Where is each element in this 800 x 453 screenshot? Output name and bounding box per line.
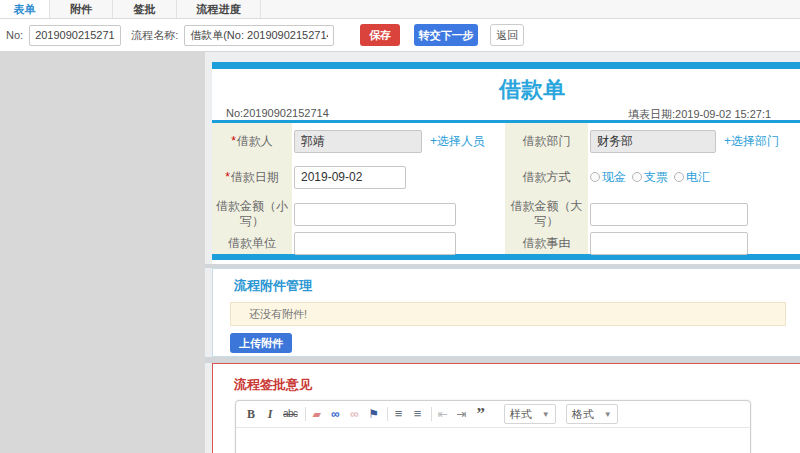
amount-upper-label: 借款金额（大写）	[505, 195, 588, 233]
borrower-label: *借款人	[212, 123, 292, 159]
amount-upper-cell	[588, 195, 800, 233]
bulleted-list-icon[interactable]: ≡	[412, 407, 424, 421]
save-button[interactable]: 保存	[360, 24, 400, 46]
back-button[interactable]: 返回	[490, 24, 524, 46]
loan-unit-cell	[292, 233, 505, 254]
loan-method-cell: 现金 支票 电汇	[588, 159, 800, 195]
no-input[interactable]	[29, 25, 121, 46]
borrower-input[interactable]	[294, 130, 422, 153]
flow-name-input[interactable]	[184, 25, 334, 46]
anchor-flag-icon[interactable]: ⚑	[368, 407, 380, 421]
amount-lower-cell	[292, 195, 505, 233]
pick-person-link[interactable]: +选择人员	[430, 133, 485, 150]
radio-circle-icon[interactable]	[674, 172, 684, 182]
no-attachments-alert: 还没有附件!	[230, 302, 786, 326]
loan-method-label: 借款方式	[505, 159, 588, 195]
upload-attachment-button[interactable]: 上传附件	[230, 333, 292, 353]
attachments-title: 流程附件管理	[234, 277, 312, 295]
italic-icon[interactable]: I	[264, 407, 276, 421]
radio-cheque[interactable]: 支票	[632, 169, 668, 186]
radio-wire[interactable]: 电汇	[674, 169, 710, 186]
borrower-cell: +选择人员	[292, 123, 505, 159]
approval-title: 流程签批意见	[234, 376, 312, 394]
form-number: No:20190902152714	[226, 107, 329, 119]
outdent-icon[interactable]: ⇤	[437, 407, 449, 421]
radio-circle-icon[interactable]	[632, 172, 642, 182]
loan-unit-label: 借款单位	[212, 233, 292, 254]
panel-top-bar	[212, 62, 800, 69]
amount-lower-label: 借款金额（小写）	[212, 195, 292, 233]
loan-date-input[interactable]	[294, 166, 406, 189]
left-gray-panel	[0, 52, 205, 453]
toolbar: No: 流程名称: 保存 转交下一步 返回	[0, 19, 800, 52]
department-input[interactable]	[590, 130, 716, 153]
tab-progress[interactable]: 流程进度	[177, 0, 261, 18]
pick-department-link[interactable]: +选择部门	[724, 133, 779, 150]
approval-panel: 流程签批意见 B I abc ▰ ∞ ∞ ⚑ ≡ ≡ ⇤ ⇥ ” 样式 ▼ 格式…	[212, 363, 800, 453]
tab-signoff[interactable]: 签批	[113, 0, 177, 18]
tab-bar: 表单 附件 签批 流程进度	[0, 0, 800, 19]
no-label: No:	[6, 29, 23, 41]
loan-reason-input[interactable]	[590, 232, 748, 255]
loan-reason-cell	[588, 233, 800, 254]
loan-unit-input[interactable]	[294, 232, 456, 255]
required-marker: *	[231, 134, 236, 148]
tab-form[interactable]: 表单	[0, 0, 50, 18]
loan-date-label: *借款日期	[212, 159, 292, 195]
amount-lower-input[interactable]	[294, 203, 456, 226]
indent-icon[interactable]: ⇥	[456, 407, 468, 421]
radio-circle-icon[interactable]	[590, 172, 600, 182]
editor-toolbar: B I abc ▰ ∞ ∞ ⚑ ≡ ≡ ⇤ ⇥ ” 样式 ▼ 格式 ▼	[236, 401, 750, 428]
flow-name-label: 流程名称:	[131, 28, 178, 43]
chevron-down-icon: ▼	[542, 410, 550, 419]
unlink-icon[interactable]: ∞	[349, 407, 361, 421]
rich-text-editor: B I abc ▰ ∞ ∞ ⚑ ≡ ≡ ⇤ ⇥ ” 样式 ▼ 格式 ▼	[235, 400, 751, 453]
attachments-panel: 流程附件管理 还没有附件! 上传附件	[212, 268, 800, 357]
toolbar-separator	[305, 407, 306, 421]
link-icon[interactable]: ∞	[330, 407, 342, 421]
loan-reason-label: 借款事由	[505, 233, 588, 254]
style-dropdown[interactable]: 样式 ▼	[504, 404, 556, 424]
forward-next-step-button[interactable]: 转交下一步	[414, 24, 478, 46]
remove-format-icon[interactable]: ▰	[311, 407, 323, 421]
form-title: 借款单	[212, 69, 800, 107]
form-fields-grid: *借款人 +选择人员 借款部门 +选择部门 *借款日期 借款方式 现金	[212, 123, 800, 254]
loan-form-panel: 借款单 No:20190902152714 填表日期:2019-09-02 15…	[212, 62, 800, 264]
blockquote-icon[interactable]: ”	[475, 410, 487, 418]
strikethrough-icon[interactable]: abc	[283, 407, 298, 421]
toolbar-separator	[387, 407, 388, 421]
numbered-list-icon[interactable]: ≡	[393, 407, 405, 421]
chevron-down-icon: ▼	[604, 410, 612, 419]
tab-attachments[interactable]: 附件	[50, 0, 113, 18]
amount-upper-input[interactable]	[590, 203, 748, 226]
radio-cash[interactable]: 现金	[590, 169, 626, 186]
editor-content-area[interactable]	[236, 428, 750, 453]
department-label: 借款部门	[505, 123, 588, 159]
department-cell: +选择部门	[588, 123, 800, 159]
form-meta-row: No:20190902152714 填表日期:2019-09-02 15:27:…	[212, 107, 800, 120]
fill-date: 填表日期:2019-09-02 15:27:1	[628, 107, 771, 122]
toolbar-separator	[431, 407, 432, 421]
bold-icon[interactable]: B	[245, 407, 257, 421]
loan-date-cell	[292, 159, 505, 195]
required-marker: *	[225, 170, 230, 184]
format-dropdown[interactable]: 格式 ▼	[566, 404, 618, 424]
